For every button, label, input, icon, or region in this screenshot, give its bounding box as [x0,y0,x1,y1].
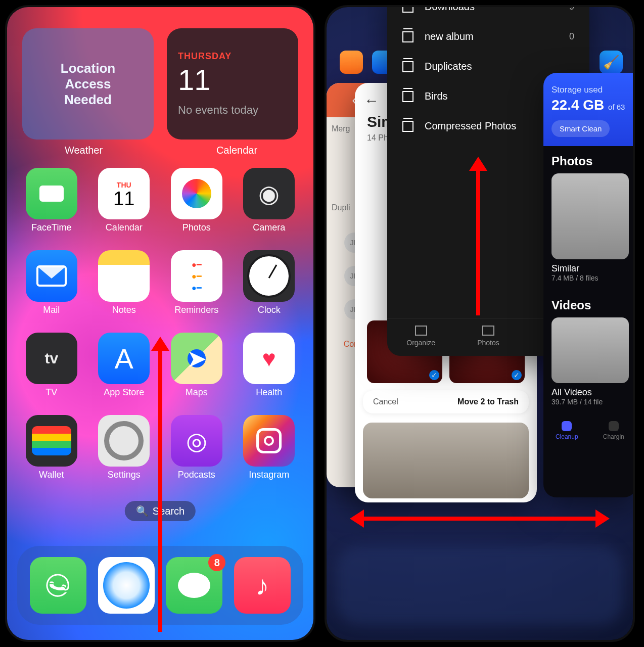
dock-app-music[interactable]: ♪ [234,557,291,614]
move-to-trash-button[interactable]: Move 2 to Trash [457,397,519,406]
app-appstore[interactable]: AApp Store [95,333,154,398]
weather-widget-text: Location Access Needed [33,61,143,108]
home-icon [562,421,572,431]
smart-clean-button[interactable]: Smart Clean [551,120,610,137]
appstore-icon: A [98,333,150,384]
app-mail[interactable]: Mail [22,250,81,315]
storage-value: 22.4 GB [551,97,604,113]
tv-icon: tv [26,333,77,384]
weather-widget-label: Weather [7,145,160,156]
clock-icon [243,250,295,302]
photos-heading: Photos [551,154,629,168]
search-icon: 🔍 [136,505,149,517]
instagram-icon [243,415,295,467]
all-videos-label: All Videos [551,387,629,398]
app-maps[interactable]: ➤Maps [167,333,226,398]
album-row-new-album[interactable]: new album0 [387,22,589,52]
app-settings[interactable]: Settings [95,415,154,480]
phone-icon: ✆ [38,570,78,600]
dock-app-messages[interactable]: 8 [166,557,222,614]
album-icon [402,91,413,102]
all-videos-sub: 39.7 MB / 14 file [551,398,629,406]
podcasts-icon: ◎ [171,415,222,467]
cleanup-nav: Cleanup Chargin [543,414,635,445]
check-icon: ✓ [512,370,522,380]
app-wallet[interactable]: Wallet [22,415,81,480]
album-icon [402,31,413,42]
maps-icon: ➤ [171,333,222,384]
dock-app-phone[interactable]: ✆ [30,557,86,614]
videos-heading: Videos [551,298,629,312]
calendar-widget-events: No events today [178,104,287,117]
storage-label: Storage used [551,85,629,95]
nav-cleanup[interactable]: Cleanup [543,421,590,440]
calendar-widget-label: Calendar [160,145,313,156]
switcher-card-cleanup[interactable]: Storage used 22.4 GB of 63 Smart Clean P… [543,73,635,497]
calendar-widget[interactable]: THURSDAY 11 No events today [167,28,298,140]
app-calendar[interactable]: THU11Calendar [95,168,154,233]
search-label: Search [153,505,185,517]
calendar-icon: THU11 [98,168,150,219]
storage-of: of 63 [608,103,625,111]
album-icon [402,61,413,72]
back-arrow-icon[interactable]: ← [364,92,379,109]
weather-widget[interactable]: Location Access Needed [22,28,154,140]
camera-icon: ◉ [243,168,295,219]
organize-icon [415,326,427,336]
app-photos[interactable]: Photos [167,168,226,233]
calendar-widget-date: 11 [178,63,287,97]
bg-icon-cleaner: 🧹 [600,51,623,74]
phone-right-app-switcher: 🧹 ‹ Merg Dupli JD JD JD Conta ← Simil 14… [325,5,635,642]
safari-icon [103,562,150,609]
app-camera[interactable]: ◉Camera [240,168,299,233]
tab-organize[interactable]: Organize [387,326,454,347]
album-icon [402,5,413,13]
messages-badge: 8 [208,554,225,571]
app-podcasts[interactable]: ◎Podcasts [167,415,226,480]
calendar-widget-day: THURSDAY [178,51,287,62]
check-icon: ✓ [429,370,439,380]
similar-sub: 7.4 MB / 8 files [551,274,629,282]
notes-icon [98,250,150,302]
photos-tile[interactable] [551,173,629,259]
health-icon: ♥ [243,333,295,384]
annotation-swipe-horizontal-arrow [362,517,597,521]
photo-large-thumbnail[interactable] [363,423,529,498]
album-icon [402,121,413,132]
settings-icon [98,415,150,467]
dock-blurred [337,546,623,625]
app-reminders[interactable]: ●━●━●━Reminders [167,250,226,315]
dock-app-safari[interactable] [98,557,155,614]
album-row-downloads[interactable]: Downloads9 [387,5,589,22]
similar-label: Similar [551,263,629,274]
nav-charging[interactable]: Chargin [590,421,635,440]
app-health[interactable]: ♥Health [240,333,299,398]
tab-photos[interactable]: Photos [454,326,522,347]
cancel-button[interactable]: Cancel [373,397,398,406]
photos-tab-icon [482,326,494,336]
phone-left-home-screen: Location Access Needed THURSDAY 11 No ev… [5,5,315,642]
annotation-swipe-up-arrow [476,169,480,315]
app-instagram[interactable]: Instagram [240,415,299,480]
app-facetime[interactable]: FaceTime [22,168,81,233]
app-clock[interactable]: Clock [240,250,299,315]
app-notes[interactable]: Notes [95,250,154,315]
bg-icon-1 [340,51,363,74]
annotation-swipe-up-arrow [158,349,162,632]
wallet-icon [26,415,77,467]
reminders-icon: ●━●━●━ [171,250,222,302]
mail-icon [26,250,77,302]
videos-tile[interactable] [551,317,629,383]
music-icon: ♪ [255,570,269,601]
photos-icon [171,168,222,219]
facetime-icon [26,168,77,219]
app-tv[interactable]: tvTV [22,333,81,398]
battery-icon [609,421,619,431]
messages-icon [178,573,210,598]
